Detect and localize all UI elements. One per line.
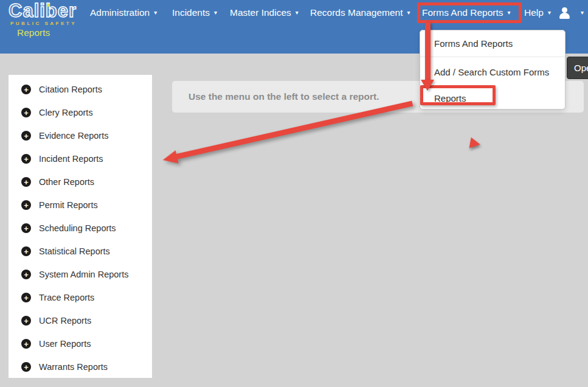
sidebar-item-citation-reports[interactable]: + Citation Reports [9,78,152,101]
sidebar-item-scheduling-reports[interactable]: + Scheduling Reports [9,217,152,240]
sidebar-item-system-admin-reports[interactable]: + System Admin Reports [9,263,152,286]
expand-plus-icon[interactable]: + [21,131,31,141]
chevron-down-icon: ▾ [508,10,511,16]
sidebar-item-label: Clery Reports [39,108,93,117]
nav-item-label: Incidents [172,7,210,18]
expand-plus-icon[interactable]: + [21,339,31,349]
sidebar-item-label: UCR Reports [39,316,91,326]
sidebar-item-label: Scheduling Reports [39,223,116,233]
sidebar-item-ucr-reports[interactable]: + UCR Reports [9,309,152,332]
expand-plus-icon[interactable]: + [21,177,31,187]
person-icon [558,7,572,19]
expand-plus-icon[interactable]: + [21,85,31,94]
nav-item-label: Records Management [310,7,403,18]
breadcrumb-page-title[interactable]: Reports [17,27,50,38]
expand-plus-icon[interactable]: + [21,108,31,117]
sidebar-item-permit-reports[interactable]: + Permit Reports [9,194,152,217]
sidebar-item-evidence-reports[interactable]: + Evidence Reports [9,124,152,147]
open-button-label: Open [574,63,588,73]
nav-item-administration[interactable]: Administration ▾ [90,0,157,26]
sidebar-item-label: System Admin Reports [39,270,128,279]
dropdown-item-add-search-custom-forms[interactable]: Add / Search Custom Forms [420,57,565,87]
dropdown-item-label: Reports [434,93,466,103]
chevron-down-icon: ▾ [296,10,299,16]
nav-item-master-indices[interactable]: Master Indices ▾ [230,0,299,26]
sidebar-item-incident-reports[interactable]: + Incident Reports [9,147,152,170]
open-button[interactable]: Open [567,57,588,79]
message-text: Use the menu on the left to select a rep… [189,91,379,102]
user-menu-caret[interactable]: ▾ [576,0,584,26]
user-menu-button[interactable] [558,0,572,26]
sidebar-item-clery-reports[interactable]: + Clery Reports [9,101,152,124]
expand-plus-icon[interactable]: + [21,154,31,164]
sidebar-item-label: Warrants Reports [39,362,108,372]
caliber-logo-tagline: PUBLIC SAFETY [9,21,83,26]
report-category-sidebar: + Citation Reports + Clery Reports + Evi… [9,75,152,378]
chevron-down-icon: ▾ [154,10,157,16]
forms-and-reports-dropdown-menu: Forms And Reports Add / Search Custom Fo… [420,30,566,110]
logo-i-dot [47,4,50,7]
sidebar-item-statistical-reports[interactable]: + Statistical Reports [9,240,152,263]
chevron-down-icon: ▾ [581,10,584,16]
sidebar-item-label: Incident Reports [39,154,103,164]
dropdown-item-label: Forms And Reports [434,38,513,49]
chevron-down-icon: ▾ [548,10,551,16]
dropdown-item-forms-and-reports[interactable]: Forms And Reports [420,30,565,57]
sidebar-item-warrants-reports[interactable]: + Warrants Reports [9,355,152,378]
nav-item-label: Help [524,7,544,18]
sidebar-item-label: Evidence Reports [39,131,108,141]
nav-item-incidents[interactable]: Incidents ▾ [172,0,217,26]
sidebar-item-label: Citation Reports [39,85,102,94]
dropdown-item-reports[interactable]: Reports [420,87,565,109]
caliber-logo[interactable]: Caliber PUBLIC SAFETY [9,2,83,26]
expand-plus-icon[interactable]: + [21,270,31,279]
expand-plus-icon[interactable]: + [21,293,31,302]
caliber-logo-text: Caliber [9,2,83,20]
sidebar-item-label: Trace Reports [39,293,94,302]
expand-plus-icon[interactable]: + [21,200,31,210]
sidebar-item-label: Other Reports [39,177,94,187]
nav-item-label: Forms And Reports [422,7,503,18]
chevron-down-icon: ▾ [214,10,217,16]
expand-plus-icon[interactable]: + [21,316,31,326]
nav-item-label: Master Indices [230,7,291,18]
sidebar-item-label: User Reports [39,339,91,349]
expand-plus-icon[interactable]: + [21,246,31,256]
nav-item-help[interactable]: Help ▾ [524,0,551,26]
nav-item-label: Administration [90,7,150,18]
red-cursor-pointer-icon [469,138,482,150]
chevron-down-icon: ▾ [407,10,410,16]
expand-plus-icon[interactable]: + [21,223,31,233]
sidebar-item-trace-reports[interactable]: + Trace Reports [9,286,152,309]
sidebar-item-other-reports[interactable]: + Other Reports [9,170,152,194]
expand-plus-icon[interactable]: + [21,362,31,372]
nav-item-forms-and-reports[interactable]: Forms And Reports ▾ [422,0,511,26]
dropdown-item-label: Add / Search Custom Forms [434,67,549,77]
sidebar-item-label: Permit Reports [39,200,98,210]
sidebar-item-label: Statistical Reports [39,246,110,256]
nav-item-records-management[interactable]: Records Management ▾ [310,0,410,26]
sidebar-item-user-reports[interactable]: + User Reports [9,332,152,355]
